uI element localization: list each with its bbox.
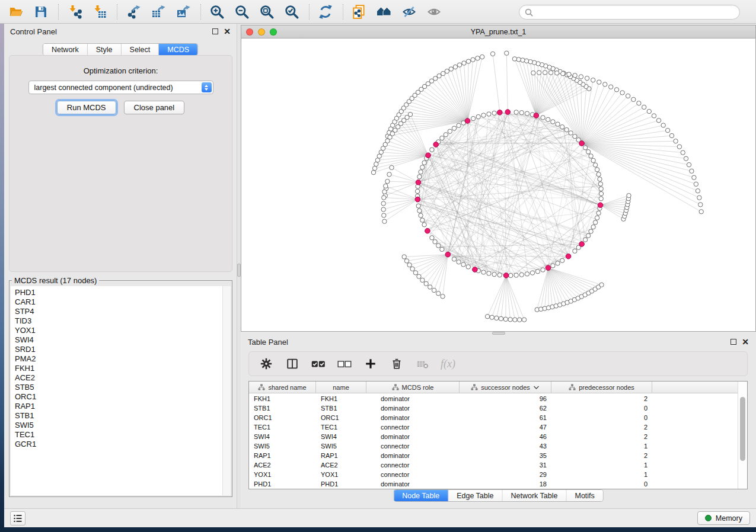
- mcds-result-item[interactable]: STB5: [15, 383, 222, 392]
- export-table-icon[interactable]: [148, 2, 168, 21]
- cell-shared-name: SWI4: [249, 433, 316, 440]
- tab-motifs[interactable]: Motifs: [566, 490, 602, 501]
- table-row[interactable]: ACE2ACE2connector311: [249, 460, 738, 470]
- mcds-result-item[interactable]: ACE2: [15, 373, 222, 383]
- mcds-result-item[interactable]: TEC1: [15, 430, 222, 440]
- show-column-panel-icon[interactable]: [284, 356, 300, 372]
- memory-button[interactable]: Memory: [697, 511, 750, 525]
- window-maximize-icon[interactable]: [270, 28, 277, 36]
- column-header-mcds-role[interactable]: MCDS role: [366, 382, 460, 393]
- table-row[interactable]: SWI5SWI5connector431: [249, 441, 738, 451]
- cell-successor-nodes: 61: [460, 414, 551, 421]
- table-tabs: Node TableEdge TableNetwork TableMotifs: [393, 489, 604, 502]
- zoom-in-icon[interactable]: [207, 2, 227, 21]
- tab-node-table[interactable]: Node Table: [394, 490, 448, 501]
- window-close-icon[interactable]: [246, 28, 253, 36]
- zoom-fit-icon[interactable]: [257, 2, 277, 21]
- hide-selected-icon[interactable]: [399, 2, 419, 21]
- cell-successor-nodes: 35: [460, 452, 551, 459]
- mcds-result-item[interactable]: YOX1: [15, 326, 222, 335]
- table-row[interactable]: SWI4SWI4dominator462: [249, 432, 738, 441]
- optimization-criterion-select[interactable]: largest connected component (undirected): [28, 81, 213, 94]
- search-field[interactable]: [519, 5, 740, 20]
- delete-table-icon[interactable]: [414, 356, 430, 372]
- mcds-result-item[interactable]: SWI5: [15, 421, 222, 430]
- table-row[interactable]: FKH1FKH1dominator962: [249, 394, 738, 403]
- cell-successor-nodes: 47: [460, 424, 551, 431]
- tab-edge-table[interactable]: Edge Table: [448, 490, 502, 501]
- tab-mcds[interactable]: MCDS: [159, 44, 197, 55]
- column-tree-icon: [569, 384, 576, 391]
- mcds-result-item[interactable]: CAR1: [15, 297, 222, 307]
- deselect-all-icon[interactable]: [336, 356, 352, 372]
- task-history-button[interactable]: [10, 511, 25, 525]
- close-panel-button[interactable]: Close panel: [124, 101, 185, 114]
- mcds-result-list[interactable]: PHD1CAR1STP4TID3YOX1SWI4SRD1PMA2FKH1ACE2…: [11, 286, 222, 495]
- table-row[interactable]: PHD1PHD1dominator180: [249, 479, 738, 489]
- table-row[interactable]: RAP1RAP1dominator352: [249, 451, 738, 460]
- mcds-result-item[interactable]: ORC1: [15, 392, 222, 402]
- cell-mcds-role: dominator: [366, 405, 460, 412]
- open-session-icon[interactable]: [6, 2, 26, 21]
- cell-mcds-role: dominator: [366, 395, 460, 402]
- table-row[interactable]: TEC1TEC1connector472: [249, 422, 738, 432]
- network-canvas[interactable]: [241, 39, 755, 331]
- network-snapshot-icon[interactable]: [349, 2, 369, 21]
- mcds-result-item[interactable]: PHD1: [15, 288, 222, 297]
- search-input[interactable]: [534, 7, 739, 18]
- network-graph[interactable]: [241, 39, 755, 331]
- column-header-shared-name[interactable]: shared name: [249, 382, 316, 393]
- column-header-name[interactable]: name: [316, 382, 366, 393]
- mcds-result-item[interactable]: STP4: [15, 307, 222, 316]
- import-network-icon[interactable]: [65, 2, 85, 21]
- table-row[interactable]: YOX1YOX1connector291: [249, 470, 738, 479]
- table-scrollbar[interactable]: [738, 382, 747, 489]
- delete-column-trash-icon[interactable]: [388, 356, 404, 372]
- mcds-result-item[interactable]: SRD1: [15, 345, 222, 354]
- toolbar-separator: [117, 4, 117, 20]
- column-header-successor-nodes[interactable]: successor nodes: [460, 382, 551, 393]
- cell-name: SWI4: [316, 433, 366, 440]
- mcds-panel: Optimization criterion: largest connecte…: [9, 55, 232, 272]
- mcds-result-item[interactable]: FKH1: [15, 364, 222, 373]
- first-neighbors-icon[interactable]: [374, 2, 394, 21]
- float-window-icon[interactable]: [731, 339, 736, 345]
- tab-network[interactable]: Network: [43, 44, 88, 55]
- column-label: name: [333, 384, 349, 391]
- table-row[interactable]: STB1STB1dominator620: [249, 403, 738, 413]
- mcds-result-item[interactable]: PMA2: [15, 354, 222, 364]
- select-all-icon[interactable]: [310, 356, 326, 372]
- mcds-result-item[interactable]: TID3: [15, 316, 222, 326]
- table-row[interactable]: ORC1ORC1dominator610: [249, 413, 738, 422]
- mcds-list-scrollbar[interactable]: [222, 286, 231, 495]
- float-window-icon[interactable]: [212, 28, 218, 34]
- tab-select[interactable]: Select: [122, 44, 160, 55]
- function-builder-icon[interactable]: f(x): [441, 358, 455, 370]
- toolbar-separator: [309, 4, 310, 20]
- tab-style[interactable]: Style: [88, 44, 122, 55]
- mcds-result-item[interactable]: STB1: [15, 411, 222, 421]
- column-header-predecessor-nodes[interactable]: predecessor nodes: [551, 382, 652, 393]
- import-table-icon[interactable]: [90, 2, 110, 21]
- save-session-icon[interactable]: [31, 2, 51, 21]
- show-all-icon[interactable]: [424, 2, 444, 21]
- close-panel-icon[interactable]: ✕: [224, 28, 231, 34]
- export-network-icon[interactable]: [123, 2, 143, 21]
- column-tree-icon: [392, 384, 399, 391]
- run-mcds-button[interactable]: Run MCDS: [57, 101, 116, 114]
- tab-network-table[interactable]: Network Table: [503, 490, 567, 501]
- cell-predecessor-nodes: 2: [551, 424, 652, 431]
- table-settings-gear-icon[interactable]: [258, 356, 274, 372]
- zoom-out-icon[interactable]: [232, 2, 252, 21]
- refresh-view-icon[interactable]: [315, 2, 336, 21]
- close-panel-icon[interactable]: ✕: [742, 339, 749, 345]
- network-window-titlebar[interactable]: YPA_prune.txt_1: [241, 25, 755, 39]
- add-column-icon[interactable]: [362, 356, 378, 372]
- window-minimize-icon[interactable]: [258, 28, 265, 36]
- scrollbar-thumb[interactable]: [740, 397, 745, 461]
- mcds-result-item[interactable]: SWI4: [15, 335, 222, 345]
- zoom-selected-icon[interactable]: [282, 2, 302, 21]
- mcds-result-item[interactable]: GCR1: [15, 440, 222, 449]
- export-image-icon[interactable]: [173, 2, 193, 21]
- mcds-result-item[interactable]: RAP1: [15, 402, 222, 411]
